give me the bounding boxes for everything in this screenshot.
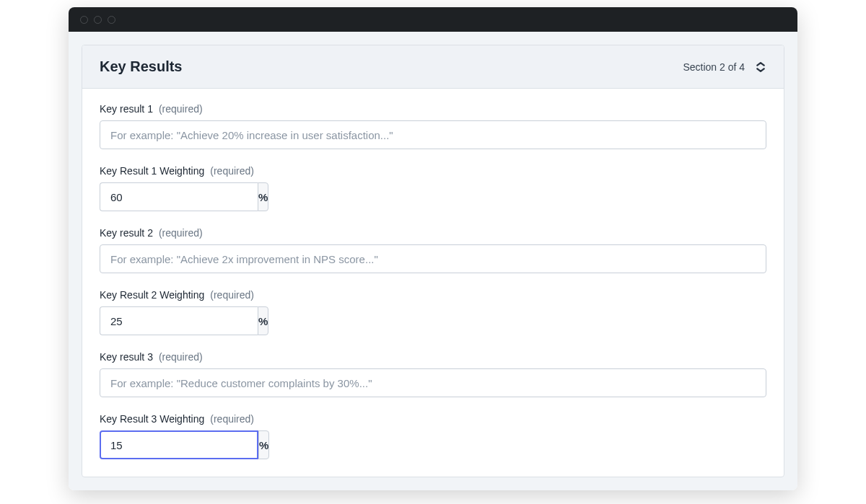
- key-result-2-input[interactable]: [100, 244, 766, 273]
- label-text: Key result 1: [100, 103, 153, 115]
- label-text: Key Result 2 Weighting: [100, 289, 204, 301]
- field-key-result-1-weighting: Key Result 1 Weighting (required) %: [100, 165, 766, 211]
- required-text: (required): [210, 289, 254, 301]
- percent-suffix: %: [258, 306, 268, 335]
- field-label: Key result 2 (required): [100, 227, 766, 239]
- required-text: (required): [159, 103, 203, 115]
- weight-input-group: %: [100, 306, 253, 335]
- collapse-icon[interactable]: [755, 61, 766, 73]
- key-results-panel: Key Results Section 2 of 4 Key result: [82, 45, 784, 477]
- panel-header: Key Results Section 2 of 4: [82, 45, 784, 89]
- field-label: Key result 1 (required): [100, 103, 766, 115]
- key-result-3-input[interactable]: [100, 368, 766, 397]
- section-indicator: Section 2 of 4: [683, 61, 745, 73]
- panel-header-right: Section 2 of 4: [683, 61, 766, 73]
- label-text: Key Result 1 Weighting: [100, 165, 204, 177]
- field-key-result-3-weighting: Key Result 3 Weighting (required) %: [100, 413, 766, 459]
- field-key-result-2: Key result 2 (required): [100, 227, 766, 273]
- label-text: Key result 2: [100, 227, 153, 239]
- field-label: Key Result 1 Weighting (required): [100, 165, 766, 177]
- key-result-1-input[interactable]: [100, 120, 766, 149]
- window-close-icon[interactable]: [80, 16, 88, 24]
- percent-suffix: %: [258, 430, 269, 459]
- key-result-2-weighting-input[interactable]: [100, 306, 258, 335]
- window-title-bar: [69, 7, 797, 32]
- required-text: (required): [210, 413, 254, 425]
- required-text: (required): [210, 165, 254, 177]
- field-key-result-3: Key result 3 (required): [100, 351, 766, 397]
- field-label: Key Result 2 Weighting (required): [100, 289, 766, 301]
- panel-title: Key Results: [100, 58, 183, 75]
- key-result-3-weighting-input[interactable]: [100, 430, 258, 459]
- label-text: Key result 3: [100, 351, 153, 363]
- weight-input-group: %: [100, 182, 253, 211]
- percent-suffix: %: [258, 182, 268, 211]
- weight-input-group: %: [100, 430, 253, 459]
- field-key-result-1: Key result 1 (required): [100, 103, 766, 149]
- field-key-result-2-weighting: Key Result 2 Weighting (required) %: [100, 289, 766, 335]
- panel-body: Key result 1 (required) Key Result 1 Wei…: [82, 89, 784, 477]
- required-text: (required): [159, 351, 203, 363]
- window-maximize-icon[interactable]: [108, 16, 115, 24]
- browser-window: Key Results Section 2 of 4 Key result: [69, 7, 797, 490]
- key-result-1-weighting-input[interactable]: [100, 182, 258, 211]
- window-minimize-icon[interactable]: [94, 16, 102, 24]
- field-label: Key result 3 (required): [100, 351, 766, 363]
- label-text: Key Result 3 Weighting: [100, 413, 204, 425]
- field-label: Key Result 3 Weighting (required): [100, 413, 766, 425]
- required-text: (required): [159, 227, 203, 239]
- content-area: Key Results Section 2 of 4 Key result: [69, 32, 797, 490]
